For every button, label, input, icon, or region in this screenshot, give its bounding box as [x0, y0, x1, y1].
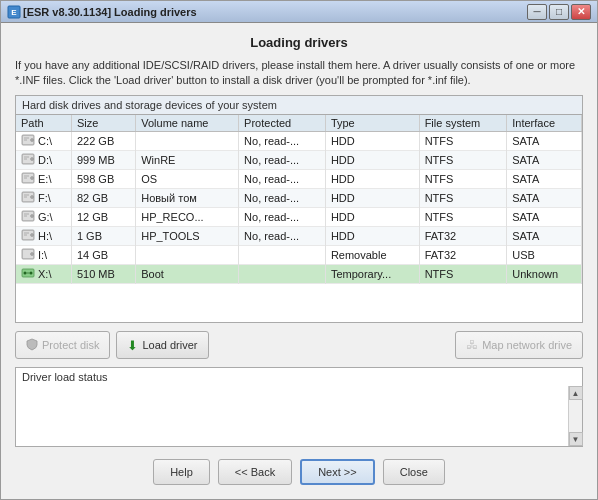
cell-size: 222 GB [71, 131, 135, 150]
cell-path: X:\ [16, 264, 71, 283]
cell-protected: No, read-... [239, 207, 326, 226]
col-interface: Interface [507, 115, 582, 132]
download-icon: ⬇ [127, 338, 138, 353]
cell-path: I:\ [16, 245, 71, 264]
cell-fs: NTFS [419, 150, 507, 169]
network-icon: 🖧 [466, 338, 478, 352]
cell-path: D:\ [16, 150, 71, 169]
cell-size: 82 GB [71, 188, 135, 207]
cell-fs: NTFS [419, 264, 507, 283]
drive-icon-hdd [21, 172, 35, 186]
cell-volume: OS [136, 169, 239, 188]
next-button[interactable]: Next >> [300, 459, 375, 485]
cell-volume: HP_TOOLS [136, 226, 239, 245]
cell-size: 14 GB [71, 245, 135, 264]
close-button[interactable]: Close [383, 459, 445, 485]
cell-size: 1 GB [71, 226, 135, 245]
cell-protected: No, read-... [239, 188, 326, 207]
cell-type: HDD [325, 188, 419, 207]
load-driver-button[interactable]: ⬇ Load driver [116, 331, 208, 359]
load-driver-label: Load driver [142, 339, 197, 351]
scroll-up-button[interactable]: ▲ [569, 386, 583, 400]
drive-icon-hdd [21, 191, 35, 205]
status-area: Driver load status ▲ ▼ [15, 367, 583, 447]
cell-fs: FAT32 [419, 226, 507, 245]
scroll-down-button[interactable]: ▼ [569, 432, 583, 446]
cell-interface: SATA [507, 150, 582, 169]
col-fs: File system [419, 115, 507, 132]
cell-type: Temporary... [325, 264, 419, 283]
cell-type: HDD [325, 169, 419, 188]
svg-point-36 [24, 271, 27, 274]
cell-type: HDD [325, 150, 419, 169]
cell-size: 999 MB [71, 150, 135, 169]
table-row[interactable]: G:\ 12 GB HP_RECO... No, read-... HDD NT… [16, 207, 582, 226]
window-controls: ─ □ ✕ [527, 4, 591, 20]
dialog-description: If you have any additional IDE/SCSI/RAID… [15, 58, 583, 89]
map-network-button[interactable]: 🖧 Map network drive [455, 331, 583, 359]
svg-point-37 [30, 271, 33, 274]
cell-volume [136, 131, 239, 150]
cell-type: HDD [325, 226, 419, 245]
table-row[interactable]: I:\ 14 GB Removable FAT32 USB [16, 245, 582, 264]
map-network-label: Map network drive [482, 339, 572, 351]
table-row[interactable]: H:\ 1 GB HP_TOOLS No, read-... HDD FAT32… [16, 226, 582, 245]
close-window-button[interactable]: ✕ [571, 4, 591, 20]
cell-type: HDD [325, 207, 419, 226]
drive-icon-hdd [21, 153, 35, 167]
maximize-button[interactable]: □ [549, 4, 569, 20]
cell-fs: FAT32 [419, 245, 507, 264]
cell-protected: No, read-... [239, 150, 326, 169]
cell-type: HDD [325, 131, 419, 150]
cell-volume: WinRE [136, 150, 239, 169]
cell-size: 598 GB [71, 169, 135, 188]
cell-type: Removable [325, 245, 419, 264]
dialog-title: Loading drivers [15, 33, 583, 52]
protect-disk-label: Protect disk [42, 339, 99, 351]
svg-text:E: E [11, 8, 17, 17]
col-protected: Protected [239, 115, 326, 132]
cell-path: E:\ [16, 169, 71, 188]
cell-interface: SATA [507, 207, 582, 226]
cell-volume: Boot [136, 264, 239, 283]
drive-icon-hdd [21, 134, 35, 148]
back-button[interactable]: << Back [218, 459, 292, 485]
col-size: Size [71, 115, 135, 132]
table-row[interactable]: F:\ 82 GB Новый том No, read-... HDD NTF… [16, 188, 582, 207]
cell-size: 510 MB [71, 264, 135, 283]
table-row[interactable]: X:\ 510 MB Boot Temporary... NTFS Unknow… [16, 264, 582, 283]
status-label: Driver load status [16, 368, 582, 386]
cell-interface: SATA [507, 131, 582, 150]
disk-table: Path Size Volume name Protected Type Fil… [16, 115, 582, 284]
svg-point-9 [31, 157, 34, 160]
svg-point-4 [31, 138, 34, 141]
cell-fs: NTFS [419, 188, 507, 207]
svg-point-24 [31, 214, 34, 217]
dialog-content: Loading drivers If you have any addition… [1, 23, 597, 499]
cell-interface: SATA [507, 226, 582, 245]
window-icon: E [7, 4, 23, 20]
protect-disk-button[interactable]: Protect disk [15, 331, 110, 359]
scrollbar[interactable]: ▲ ▼ [568, 386, 582, 446]
cell-fs: NTFS [419, 207, 507, 226]
cell-volume: HP_RECO... [136, 207, 239, 226]
minimize-button[interactable]: ─ [527, 4, 547, 20]
table-row[interactable]: D:\ 999 MB WinRE No, read-... HDD NTFS S… [16, 150, 582, 169]
cell-protected: No, read-... [239, 226, 326, 245]
cell-path: G:\ [16, 207, 71, 226]
cell-fs: NTFS [419, 169, 507, 188]
window-title: [ESR v8.30.1134] Loading drivers [23, 6, 527, 18]
title-bar: E [ESR v8.30.1134] Loading drivers ─ □ ✕ [1, 1, 597, 23]
help-button[interactable]: Help [153, 459, 210, 485]
table-row[interactable]: C:\ 222 GB No, read-... HDD NTFS SATA [16, 131, 582, 150]
table-row[interactable]: E:\ 598 GB OS No, read-... HDD NTFS SATA [16, 169, 582, 188]
svg-point-14 [31, 176, 34, 179]
cell-size: 12 GB [71, 207, 135, 226]
action-button-row: Protect disk ⬇ Load driver 🖧 Map network… [15, 329, 583, 361]
svg-point-34 [31, 252, 34, 255]
cell-interface: SATA [507, 169, 582, 188]
main-window: E [ESR v8.30.1134] Loading drivers ─ □ ✕… [0, 0, 598, 500]
col-type: Type [325, 115, 419, 132]
disk-table-box: Hard disk drives and storage devices of … [15, 95, 583, 323]
cell-protected: No, read-... [239, 131, 326, 150]
